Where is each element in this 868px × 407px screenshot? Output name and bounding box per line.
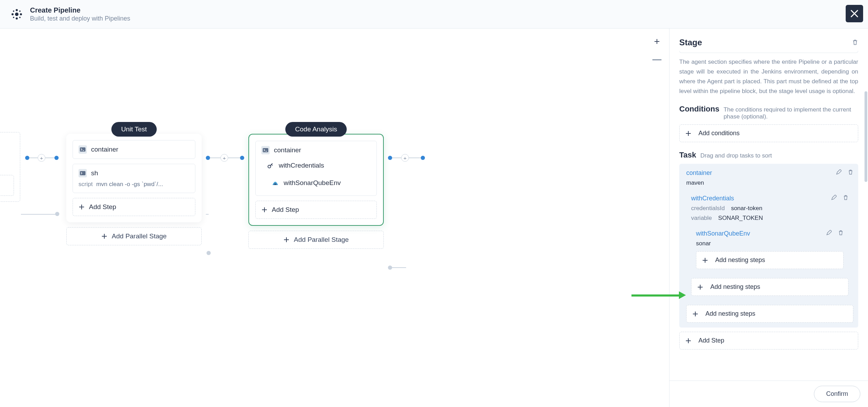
stage-heading-row: Stage	[679, 38, 858, 47]
task-container[interactable]: container maven withCredentials	[679, 164, 858, 328]
task-name-row: withSonarQubeEnv	[696, 230, 844, 237]
svg-point-6	[19, 10, 21, 12]
task-heading: Task	[679, 151, 696, 160]
conditions-row: Conditions The conditions required to im…	[679, 105, 858, 120]
task-with-sonar[interactable]: withSonarQubeEnv sonar Add nesting steps	[691, 226, 848, 274]
add-conditions-button[interactable]: Add conditions	[679, 124, 858, 142]
edit-task-button[interactable]	[836, 169, 841, 177]
connector-dot	[206, 156, 210, 160]
step-container[interactable]: container	[73, 140, 195, 159]
plus-icon	[697, 284, 703, 290]
svg-point-7	[13, 17, 14, 18]
plus-icon	[685, 338, 691, 344]
add-nesting-label: Add nesting steps	[715, 256, 765, 264]
stage-pill[interactable]: Code Analysis	[285, 122, 347, 137]
panel-scrollbar[interactable]	[865, 70, 867, 279]
connector-dot	[207, 251, 211, 255]
step-sh[interactable]: sh scriptmvn clean -o -gs `pwd`/...	[73, 164, 195, 193]
add-stage-node[interactable]: +	[220, 154, 228, 162]
plus-icon	[692, 311, 698, 317]
zoom-in-button[interactable]	[652, 36, 661, 47]
stage-unit-test: Unit Test container sh	[66, 122, 202, 245]
terminal-icon	[78, 169, 87, 177]
add-nesting-steps-button-mid[interactable]: Add nesting steps	[691, 278, 848, 296]
plus-icon	[654, 38, 660, 45]
plus-icon	[685, 130, 691, 137]
step-name: container	[274, 146, 301, 154]
zoom-controls: —	[652, 36, 661, 65]
ghost-parallel-row	[0, 175, 14, 196]
input-field-bottom[interactable]	[679, 51, 858, 53]
connector-dot	[421, 156, 425, 160]
delete-stage-button[interactable]	[852, 38, 858, 47]
add-nesting-steps-button-inner[interactable]: Add nesting steps	[696, 251, 844, 269]
svg-rect-10	[80, 171, 85, 175]
task-name: withCredentials	[691, 195, 734, 202]
plus-icon	[702, 257, 708, 263]
step-name: container	[91, 146, 118, 153]
scrollbar-thumb[interactable]	[865, 91, 867, 182]
delete-task-button[interactable]	[838, 230, 844, 237]
connector-dot	[55, 212, 59, 216]
connector-line	[21, 214, 56, 215]
add-parallel-label: Add Parallel Stage	[294, 236, 349, 244]
conditions-heading: Conditions	[679, 105, 719, 114]
credentials-id-row: credentialsIdsonar-token	[691, 205, 848, 212]
pipeline-logo-icon	[10, 7, 24, 21]
svg-point-3	[16, 9, 18, 11]
close-button[interactable]	[846, 5, 863, 22]
main: — + Unit Test container	[0, 29, 868, 407]
edit-task-button[interactable]	[831, 195, 837, 202]
terminal-icon	[261, 146, 270, 154]
svg-point-8	[19, 17, 21, 18]
sonar-icon	[271, 179, 279, 187]
connector-dot	[54, 156, 59, 160]
svg-point-0	[15, 13, 18, 16]
add-nesting-label: Add nesting steps	[710, 283, 760, 291]
svg-point-1	[12, 13, 14, 15]
agent-description: The agent section specifies where the en…	[679, 57, 858, 96]
stage-card[interactable]: container sh scriptmvn clean -o -gs `pwd…	[66, 134, 202, 222]
step-with-sonar[interactable]: withSonarQubeEnv	[271, 175, 371, 191]
delete-task-button[interactable]	[848, 169, 853, 177]
task-subtext: Drag and drop tasks to sort	[701, 152, 772, 159]
properties-panel: Stage The agent section specifies where …	[669, 29, 868, 407]
stage-card-selected[interactable]: container withCredentials	[248, 134, 384, 226]
add-parallel-stage-button[interactable]: Add Parallel Stage	[66, 227, 202, 245]
step-script: scriptmvn clean -o -gs `pwd`/...	[78, 181, 189, 188]
edit-task-button[interactable]	[826, 230, 832, 237]
zoom-out-button[interactable]: —	[652, 54, 661, 65]
stage-code-analysis: Code Analysis container	[248, 122, 384, 249]
svg-rect-11	[263, 148, 268, 152]
pipeline-canvas[interactable]: — + Unit Test container	[0, 29, 669, 407]
task-name-row: container	[686, 169, 853, 177]
add-step-button[interactable]: Add Step	[255, 201, 377, 219]
add-stage-node[interactable]: +	[401, 154, 409, 162]
plus-icon	[283, 237, 290, 243]
confirm-button[interactable]: Confirm	[814, 386, 860, 402]
key-icon	[266, 161, 275, 170]
add-nesting-steps-button-outer[interactable]: Add nesting steps	[686, 305, 853, 323]
close-icon	[850, 9, 859, 18]
header-text: Create Pipeline Build, test and deploy w…	[30, 6, 130, 22]
step-with-credentials[interactable]: withCredentials	[266, 158, 371, 172]
add-conditions-label: Add conditions	[698, 130, 740, 137]
page-title: Create Pipeline	[30, 6, 130, 14]
add-step-button[interactable]: Add Step	[73, 198, 195, 216]
step-name: sh	[91, 169, 98, 177]
delete-task-button[interactable]	[843, 195, 848, 202]
plus-icon	[78, 204, 85, 210]
panel-body[interactable]: Stage The agent section specifies where …	[669, 29, 868, 381]
connector-dot	[25, 156, 29, 160]
task-name: withSonarQubeEnv	[696, 230, 750, 237]
conditions-subtext: The conditions required to implement the…	[724, 106, 858, 120]
add-step-label: Add Step	[698, 337, 724, 344]
header: Create Pipeline Build, test and deploy w…	[0, 0, 868, 29]
stage-pill[interactable]: Unit Test	[111, 122, 157, 137]
task-with-credentials[interactable]: withCredentials credentialsIdsonar-token…	[686, 191, 853, 301]
add-step-button-panel[interactable]: Add Step	[679, 332, 858, 350]
add-stage-node[interactable]: +	[38, 154, 45, 162]
task-value: sonar	[696, 240, 844, 247]
step-container[interactable]: container withCredentials	[255, 141, 377, 196]
add-parallel-stage-button[interactable]: Add Parallel Stage	[248, 231, 384, 249]
